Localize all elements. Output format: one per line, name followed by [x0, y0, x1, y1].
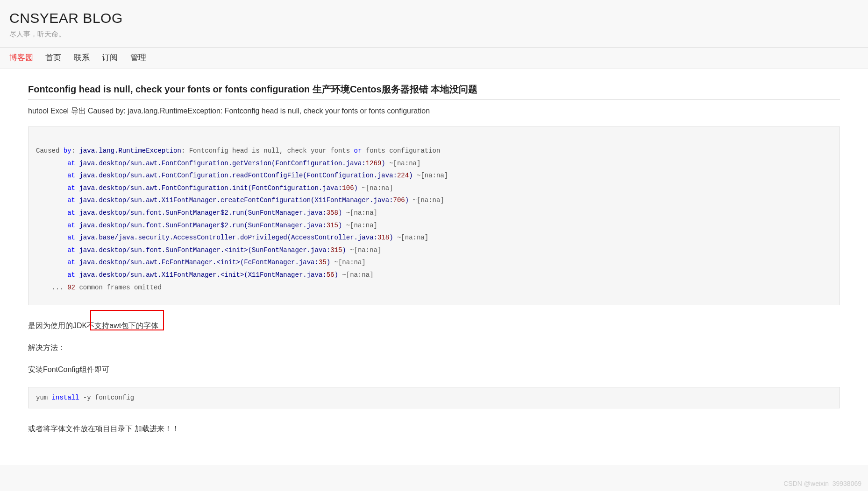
blog-header: CNSYEAR BLOG 尽人事，听天命。 — [0, 0, 868, 48]
blog-subtitle: 尽人事，听天命。 — [9, 30, 859, 39]
cmd-post: -y fontconfig — [79, 394, 134, 401]
nav-admin[interactable]: 管理 — [130, 52, 146, 63]
solution-text: 安装FontConfig组件即可 — [28, 365, 840, 375]
post-title: Fontconfig head is null, check your font… — [28, 83, 840, 100]
reason-text: 是因为使用的JDK不支持awt包下的字体 — [28, 322, 158, 330]
stacktrace-codeblock: Caused by: java.lang.RuntimeException: F… — [28, 126, 840, 305]
cmd-keyword: install — [52, 394, 79, 401]
post-content: Fontconfig head is null, check your font… — [0, 69, 868, 465]
cmd-pre: yum — [36, 394, 52, 401]
nav-home[interactable]: 首页 — [45, 52, 61, 63]
main-nav: 博客园 首页 联系 订阅 管理 — [0, 48, 868, 69]
command-codeblock: yum install -y fontconfig — [28, 387, 840, 408]
nav-cnblogs[interactable]: 博客园 — [9, 52, 33, 63]
solution-label: 解决方法： — [28, 343, 840, 353]
blog-title[interactable]: CNSYEAR BLOG — [9, 10, 859, 26]
reason-paragraph: 是因为使用的JDK不支持awt包下的字体 — [28, 321, 840, 331]
alternative-paragraph: 或者将字体文件放在项目目录下 加载进来！！ — [28, 424, 840, 434]
nav-subscribe[interactable]: 订阅 — [102, 52, 118, 63]
post-intro: hutool Excel 导出 Caused by: java.lang.Run… — [28, 106, 840, 116]
nav-contact[interactable]: 联系 — [74, 52, 90, 63]
